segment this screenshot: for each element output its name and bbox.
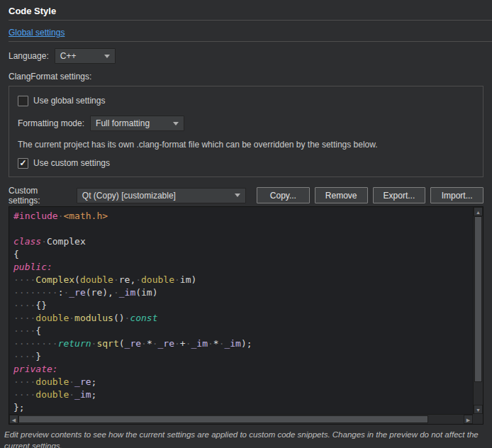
language-label: Language: bbox=[9, 51, 49, 61]
use-custom-settings-checkbox[interactable]: Use custom settings bbox=[18, 157, 474, 169]
language-row: Language: C++ bbox=[9, 48, 483, 64]
custom-settings-row: Custom settings: Qt (Copy) [customizable… bbox=[9, 187, 483, 203]
scrollbar-corner bbox=[473, 414, 483, 424]
scroll-down-icon[interactable]: ▼ bbox=[474, 405, 483, 414]
horizontal-scrollbar-track[interactable] bbox=[18, 415, 464, 424]
chevron-down-icon bbox=[173, 122, 179, 125]
clangformat-groupbox: Use global settings Formatting mode: Ful… bbox=[9, 86, 483, 177]
formatting-mode-label: Formatting mode: bbox=[18, 118, 84, 128]
use-global-settings-checkbox[interactable]: Use global settings bbox=[18, 95, 474, 106]
horizontal-scrollbar-thumb[interactable] bbox=[18, 415, 428, 423]
custom-settings-dropdown[interactable]: Qt (Copy) [customizable] bbox=[77, 188, 246, 203]
code-preview-editor: #include·<math.h> class·Complex{public:·… bbox=[9, 206, 483, 425]
page-title: Code Style bbox=[9, 6, 483, 18]
clangformat-settings-label: ClangFormat settings: bbox=[9, 72, 483, 82]
clang-format-info-text: The current project has its own .clang-f… bbox=[18, 140, 474, 150]
remove-button[interactable]: Remove bbox=[315, 187, 368, 203]
global-settings-link[interactable]: Global settings bbox=[9, 28, 65, 39]
custom-settings-label: Custom settings: bbox=[9, 186, 71, 206]
custom-settings-value: Qt (Copy) [customizable] bbox=[82, 191, 176, 201]
checkbox-checked-icon[interactable] bbox=[18, 158, 28, 169]
link-separator bbox=[9, 41, 492, 42]
chevron-down-icon bbox=[235, 194, 240, 197]
formatting-mode-row: Formatting mode: Full formatting bbox=[18, 116, 474, 131]
scroll-left-icon[interactable]: ◀ bbox=[9, 415, 18, 424]
language-dropdown[interactable]: C++ bbox=[55, 48, 116, 64]
formatting-mode-dropdown[interactable]: Full formatting bbox=[90, 116, 184, 131]
vertical-scrollbar[interactable]: ▲ ▼ bbox=[473, 207, 483, 414]
use-custom-settings-label: Use custom settings bbox=[33, 158, 110, 168]
chevron-down-icon bbox=[104, 55, 110, 58]
code-style-settings-page: Code Style Global settings Language: C++… bbox=[0, 6, 492, 448]
export-button[interactable]: Export... bbox=[373, 187, 426, 203]
scroll-up-icon[interactable]: ▲ bbox=[474, 207, 483, 216]
code-area[interactable]: #include·<math.h> class·Complex{public:·… bbox=[9, 207, 473, 414]
scroll-right-icon[interactable]: ▶ bbox=[464, 415, 473, 424]
copy-button[interactable]: Copy... bbox=[257, 187, 310, 203]
horizontal-scrollbar[interactable]: ◀ ▶ bbox=[9, 414, 473, 424]
vertical-scrollbar-thumb[interactable] bbox=[474, 216, 482, 382]
vertical-scrollbar-track[interactable] bbox=[474, 216, 483, 405]
footer-hint-text: Edit preview contents to see how the cur… bbox=[4, 429, 486, 448]
use-global-settings-label: Use global settings bbox=[33, 96, 105, 106]
formatting-mode-value: Full formatting bbox=[96, 118, 150, 128]
checkbox-icon[interactable] bbox=[18, 96, 28, 106]
language-dropdown-value: C++ bbox=[60, 51, 77, 61]
title-separator bbox=[9, 20, 492, 21]
import-button[interactable]: Import... bbox=[430, 187, 483, 203]
